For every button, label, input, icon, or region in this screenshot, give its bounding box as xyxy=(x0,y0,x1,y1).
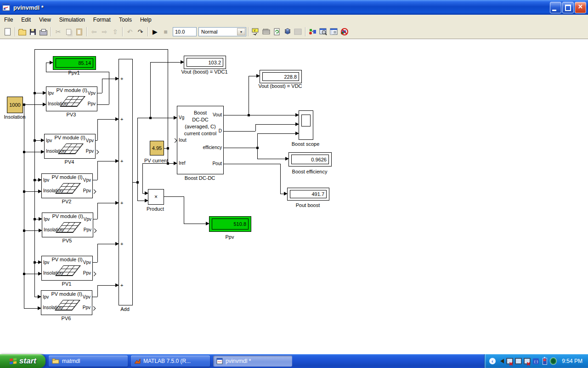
redo-icon[interactable]: ↷ xyxy=(135,27,146,37)
save-icon[interactable] xyxy=(28,27,38,37)
copy-icon[interactable] xyxy=(63,27,74,37)
new-model-icon[interactable] xyxy=(2,27,13,37)
wire[interactable] xyxy=(137,182,138,201)
wire[interactable] xyxy=(97,285,98,297)
library-stack-icon[interactable] xyxy=(282,27,293,37)
menu-edit[interactable]: Edit xyxy=(17,15,35,24)
chevron-down-icon[interactable]: ▼ xyxy=(237,28,245,35)
meter-icon[interactable] xyxy=(550,358,557,365)
simulation-stop-time-input[interactable] xyxy=(173,27,197,36)
constant-block-pv-current[interactable]: 4.95 xyxy=(150,141,164,155)
wire[interactable] xyxy=(24,104,43,105)
menu-view[interactable]: View xyxy=(35,15,55,24)
display-block-pout-boost[interactable]: 491.7 xyxy=(287,188,329,201)
product-block[interactable]: × xyxy=(148,189,164,205)
wire[interactable] xyxy=(137,118,174,118)
toggle-model-browser-icon[interactable] xyxy=(328,27,339,37)
volume-icon[interactable] xyxy=(498,358,504,365)
menu-format[interactable]: Format xyxy=(89,15,115,24)
wire[interactable] xyxy=(24,308,38,309)
wire[interactable] xyxy=(150,62,151,118)
disabled-grid-icon[interactable] xyxy=(293,27,303,37)
minimize-button[interactable] xyxy=(550,2,561,13)
wire[interactable] xyxy=(137,118,138,182)
taskbar-item-matmdl[interactable]: matmdl xyxy=(49,356,128,367)
wire[interactable] xyxy=(257,159,285,159)
pv-module-block[interactable]: PV module (I) Ipv Insolation Vpv Ppv xyxy=(44,134,96,159)
network-disconnected-icon[interactable] xyxy=(524,358,531,365)
wire[interactable] xyxy=(97,119,98,140)
wire[interactable] xyxy=(257,133,295,134)
pv-module-block[interactable]: PV module (I) Ipv Insolation Vpv Ppv xyxy=(46,86,97,111)
wire[interactable] xyxy=(223,131,255,132)
wire[interactable] xyxy=(255,124,256,131)
wire[interactable] xyxy=(46,63,50,63)
start-simulation-icon[interactable]: ▶ xyxy=(150,27,160,37)
update-diagram-icon[interactable]: Y xyxy=(250,27,261,37)
display-block-vdc1[interactable]: 103.2 xyxy=(184,56,226,69)
simulation-mode-select[interactable]: Normal ▼ xyxy=(198,27,246,36)
wire[interactable] xyxy=(255,124,295,125)
refresh-model-icon[interactable] xyxy=(271,27,282,37)
wire[interactable] xyxy=(97,119,115,120)
paste-icon[interactable] xyxy=(74,27,85,37)
start-button[interactable]: start xyxy=(0,354,45,368)
wireless-icon[interactable]: (·) xyxy=(532,358,539,365)
undo-icon[interactable]: ↶ xyxy=(124,27,135,37)
wire[interactable] xyxy=(163,196,184,197)
wire[interactable] xyxy=(34,297,38,297)
wire[interactable] xyxy=(97,244,115,244)
wire[interactable] xyxy=(142,163,143,193)
back-icon[interactable]: ⇦ xyxy=(89,27,99,37)
wire[interactable] xyxy=(168,49,168,163)
taskbar-item-pvinvmdl[interactable]: pvinvmdl * xyxy=(213,356,292,367)
display-block-boost-efficiency[interactable]: 0.9626 xyxy=(288,152,332,167)
debug-disable-icon[interactable] xyxy=(339,27,350,37)
wire[interactable] xyxy=(223,148,257,148)
build-icon[interactable] xyxy=(261,27,271,37)
wire[interactable] xyxy=(109,72,109,104)
model-canvas[interactable]: 1000 Insolation 85.14 Ppv1 PV module (I)… xyxy=(0,39,588,354)
display-block-vdc[interactable]: 228.8 xyxy=(260,70,302,83)
battery-icon[interactable] xyxy=(541,358,548,365)
boost-dcdc-block[interactable]: Boost DC-DC (averaged, C) current contro… xyxy=(177,106,224,174)
forward-icon[interactable]: ⇨ xyxy=(99,27,110,37)
menu-tools[interactable]: Tools xyxy=(115,15,136,24)
menu-simulation[interactable]: Simulation xyxy=(55,15,89,24)
library-browser-icon[interactable] xyxy=(307,27,318,37)
wire[interactable] xyxy=(280,164,281,194)
wire[interactable] xyxy=(223,115,295,115)
wire[interactable] xyxy=(24,230,39,231)
model-browser-search-icon[interactable] xyxy=(318,27,328,37)
display-settings-icon[interactable] xyxy=(515,358,522,365)
wire[interactable] xyxy=(24,191,38,192)
network-disconnected-icon[interactable] xyxy=(506,358,513,365)
wire[interactable] xyxy=(34,49,168,50)
wire[interactable] xyxy=(97,244,98,262)
wire[interactable] xyxy=(24,274,38,274)
wire[interactable] xyxy=(249,76,256,76)
pv-module-block[interactable]: PV module (I) Ipv Insolation Vpv Ppv xyxy=(41,256,93,281)
wire[interactable] xyxy=(102,79,102,93)
wire[interactable] xyxy=(96,104,109,105)
wire[interactable] xyxy=(249,76,249,115)
wire[interactable] xyxy=(34,49,35,297)
wire[interactable] xyxy=(137,201,145,201)
up-icon[interactable]: ⇧ xyxy=(110,27,120,37)
wire[interactable] xyxy=(223,164,280,164)
wire[interactable] xyxy=(280,194,284,194)
add-block[interactable] xyxy=(119,59,133,305)
wire[interactable] xyxy=(150,62,181,63)
stop-simulation-icon[interactable]: ■ xyxy=(160,27,171,37)
scope-block[interactable] xyxy=(299,110,313,140)
pv-module-block[interactable]: PV module (I) Ipv Insolation Vpv Ppv xyxy=(41,173,93,198)
display-block-ppv1[interactable]: 85.14 xyxy=(53,56,96,70)
menu-help[interactable]: Help xyxy=(136,15,156,24)
display-block-ppv[interactable]: 510.8 xyxy=(209,216,251,232)
pv-module-block[interactable]: PV module (I) Ipv Insolation Vpv Ppv xyxy=(42,213,93,237)
print-icon[interactable] xyxy=(38,27,49,37)
menu-file[interactable]: File xyxy=(0,15,17,24)
wire[interactable] xyxy=(257,148,258,159)
wire[interactable] xyxy=(24,104,24,308)
close-button[interactable]: ✕ xyxy=(575,2,586,13)
